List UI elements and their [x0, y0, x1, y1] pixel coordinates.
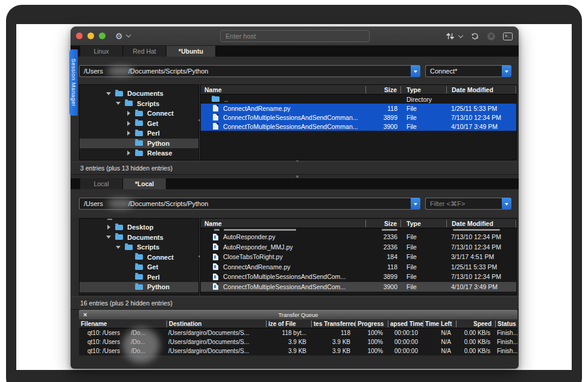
column-header-progress[interactable]: Progress [355, 321, 388, 327]
tree-item-get[interactable]: Get [80, 119, 198, 129]
tree-item-desktop[interactable]: Desktop [80, 222, 198, 233]
filter-placeholder[interactable]: Filter <⌘F> [425, 198, 502, 210]
folder-icon [115, 91, 123, 96]
tab-red-hat[interactable]: Red Hat [123, 46, 166, 57]
file-row[interactable]: ConnectToMultipleSessionsAndSendComman..… [201, 113, 516, 122]
expand-arrow-icon[interactable] [126, 131, 135, 136]
close-button[interactable] [76, 33, 83, 39]
chevron-down-icon[interactable] [458, 33, 463, 37]
column-header-size-of-file[interactable]: ize of File [266, 321, 311, 327]
file-icon [213, 105, 218, 111]
column-header-date[interactable]: Date Modified [446, 220, 516, 227]
tree-item-label: Desktop [127, 224, 153, 231]
tree-item-connect[interactable]: Connect [80, 252, 198, 263]
local-browser: Desktop Documents Scripts Connect Get Pe… [71, 218, 519, 295]
host-input[interactable] [220, 30, 370, 42]
column-header-type[interactable]: Type [400, 86, 446, 93]
tab-linux[interactable]: Linux [80, 46, 123, 57]
refresh-icon[interactable] [470, 32, 479, 40]
gear-icon[interactable]: ⚙ [115, 32, 123, 40]
collapse-arrow-icon[interactable] [106, 233, 115, 241]
tree-item-perl[interactable]: Perl [80, 272, 198, 283]
column-header-size[interactable]: Size [365, 86, 400, 93]
splitter-grip[interactable] [296, 175, 299, 178]
collapse-arrow-icon[interactable] [116, 243, 125, 251]
session-manager-tab[interactable]: Session Manager [69, 49, 78, 116]
dropdown-chevron-icon[interactable] [502, 198, 511, 210]
tree-item-perl[interactable]: Perl [80, 128, 198, 139]
file-row[interactable]: ConnectAndRename.py 118 File 1/25/11 5:3… [201, 262, 516, 272]
tree-item-python[interactable]: Python [80, 139, 198, 149]
column-header-destination[interactable]: Destination [166, 321, 266, 327]
collapse-arrow-icon[interactable] [116, 99, 125, 107]
terminal-icon[interactable]: >_ [503, 33, 513, 40]
folder-icon [135, 140, 143, 146]
file-size: 3900 [365, 283, 400, 290]
close-icon[interactable]: × [83, 310, 87, 319]
tree-item-scripts[interactable]: Scripts [80, 242, 198, 252]
dropdown-chevron-icon[interactable] [502, 65, 511, 77]
expand-arrow-icon[interactable] [126, 111, 135, 116]
transfer-queue-titlebar[interactable]: × Transfer Queue [79, 310, 517, 319]
file-date: 1/25/11 5:33 PM [446, 105, 516, 112]
tree-item-label: Scripts [137, 100, 159, 107]
tree-item-release[interactable]: Release [80, 148, 198, 158]
dropdown-chevron-icon[interactable] [411, 65, 420, 77]
file-row[interactable]: ConnectToMultipleSessionsAndSendComman..… [201, 122, 516, 131]
transfer-time-left: N/A [423, 348, 456, 354]
tree-item-label: Connect [147, 254, 174, 261]
column-header-elapsed-time[interactable]: apsed Time [388, 321, 423, 327]
transfer-row[interactable]: qt10: /Users/Do... /Users/dargiro/Docume… [79, 346, 517, 355]
transfer-row[interactable]: qt10: /Users/Do... /Users/dargiro/Docume… [79, 337, 517, 346]
column-header-filename[interactable]: Filename [79, 321, 166, 327]
file-row[interactable]: AutoResponder.py 2336 File 7/13/10 12:34… [201, 232, 516, 242]
file-row[interactable]: CloseTabsToRight.py 184 File 3/1/17 4:51… [201, 252, 516, 262]
column-header-speed[interactable]: Speed [456, 321, 495, 327]
transfer-arrows-icon[interactable] [446, 32, 455, 40]
file-name: CloseTabsToRight.py [223, 253, 283, 260]
expand-arrow-icon[interactable] [126, 121, 135, 126]
tree-item-documents[interactable]: Documents [80, 233, 198, 243]
local-filter-field[interactable]: Filter <⌘F> [425, 198, 511, 210]
file-row-up-directory[interactable]: .. Directory [201, 95, 516, 104]
remote-path-field[interactable]: /Users/Documents/Scripts/Python [79, 65, 420, 77]
remote-connect-dropdown[interactable]: Connect* [425, 65, 511, 77]
column-header-name[interactable]: Name [201, 220, 365, 227]
transfer-row[interactable]: qt10: /Users/Do... /Users/dargiro/Docume… [79, 328, 517, 337]
tree-item-connect[interactable]: Connect [80, 108, 198, 119]
tree-item-scripts[interactable]: Scripts [80, 99, 198, 109]
tree-item-get[interactable]: Get [80, 262, 198, 272]
file-row[interactable]: ConnectToMultipleSessionsAndSendCom... 3… [201, 272, 516, 282]
column-header-time-left[interactable]: Time Left [423, 321, 456, 327]
connect-dropdown-value[interactable]: Connect* [425, 65, 502, 77]
expand-arrow-icon[interactable] [106, 225, 115, 230]
folder-icon [125, 245, 133, 250]
tree-item-python[interactable]: Python [80, 282, 198, 292]
column-header-type[interactable]: Type [400, 220, 446, 227]
chevron-down-icon[interactable] [125, 33, 130, 37]
file-row[interactable]: ConnectAndRename.py 118 File 1/25/11 5:3… [201, 104, 516, 113]
clipped-file-row[interactable] [201, 228, 516, 232]
tab-local[interactable]: Local [80, 178, 123, 189]
expand-arrow-icon[interactable] [126, 151, 135, 155]
column-header-name[interactable]: Name [201, 86, 365, 93]
zoom-button[interactable] [99, 33, 106, 39]
tab-local-active[interactable]: *Local [123, 178, 166, 189]
local-path-text[interactable]: /Users/Documents/Scripts/Python [79, 198, 411, 210]
tab-ubuntu[interactable]: *Ubuntu [166, 46, 216, 57]
column-header-bytes-transferred[interactable]: tes Transferred [311, 321, 355, 327]
file-row[interactable]: AutoResponder_MMJ.py 2336 File 7/13/10 1… [201, 242, 516, 252]
minimize-button[interactable] [87, 33, 94, 39]
file-date: 7/13/10 12:34 PM [446, 243, 516, 251]
remote-path-text[interactable]: /Users/Documents/Scripts/Python [79, 65, 411, 77]
tree-item-label: Get [147, 263, 158, 271]
tree-item-label: Scripts [137, 243, 159, 251]
dropdown-chevron-icon[interactable] [411, 198, 420, 210]
collapse-arrow-icon[interactable] [106, 90, 115, 98]
file-row-selected[interactable]: ConnectToMultipleSessionsAndSendCom... 3… [201, 282, 516, 292]
tree-item-documents[interactable]: Documents [80, 89, 198, 99]
column-header-status[interactable]: Status [495, 321, 517, 327]
column-header-size[interactable]: Size [365, 220, 400, 227]
column-header-date[interactable]: Date Modified [446, 86, 516, 93]
local-path-field[interactable]: /Users/Documents/Scripts/Python [79, 198, 420, 210]
